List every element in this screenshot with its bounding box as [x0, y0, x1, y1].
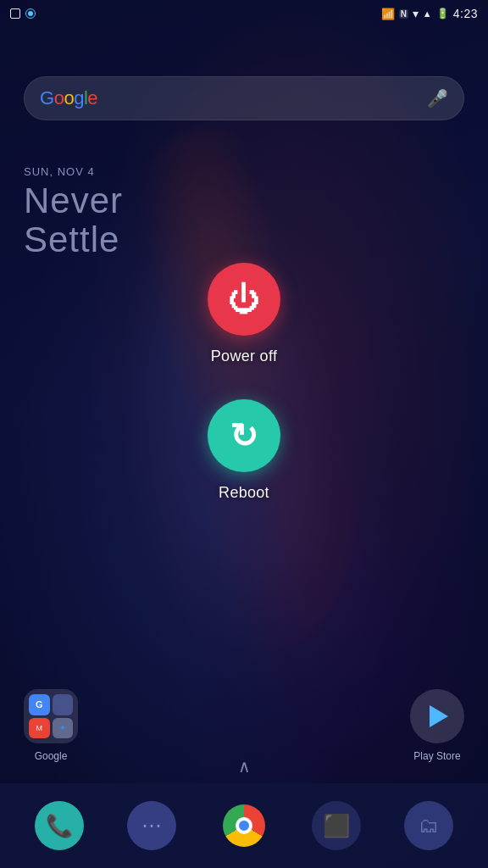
- google-folder-sub4: ✦: [53, 718, 74, 739]
- date-widget: SUN, NOV 4 Never Settle: [24, 165, 123, 259]
- google-g-icon: G: [29, 694, 50, 715]
- power-off-label: Power off: [211, 348, 277, 365]
- status-right-icons: 📶 N ▾ ▲ 🔋 4:23: [381, 7, 478, 20]
- sync-icon: [25, 8, 36, 19]
- dock-phone-button[interactable]: 📞: [35, 801, 84, 850]
- reboot-container: ↻ Reboot: [208, 399, 280, 502]
- dock-chrome-button[interactable]: [219, 801, 269, 850]
- reboot-label: Reboot: [219, 484, 269, 502]
- app-row: G M ✦ Google Play Store: [0, 689, 488, 762]
- power-off-button[interactable]: ⏻: [208, 263, 280, 336]
- power-menu: ⏻ Power off ↻ Reboot: [208, 263, 280, 536]
- play-store-icon: [410, 689, 464, 743]
- date-label: SUN, NOV 4: [24, 165, 123, 178]
- chrome-inner-circle: [236, 817, 252, 834]
- tagline: Never Settle: [24, 181, 123, 259]
- reboot-icon: ↻: [230, 419, 258, 453]
- power-off-container: ⏻ Power off: [208, 263, 280, 365]
- google-folder-icon: G M ✦: [24, 689, 78, 743]
- dock-files-button[interactable]: 🗂: [404, 801, 453, 850]
- google-folder-label: Google: [35, 750, 68, 762]
- camera-icon: ⬛: [323, 813, 350, 839]
- dock-camera-button[interactable]: ⬛: [312, 801, 361, 850]
- status-left-icons: [10, 8, 36, 19]
- google-folder-sub3: M: [29, 718, 50, 739]
- chrome-icon: [223, 804, 265, 847]
- reboot-button[interactable]: ↻: [208, 399, 280, 472]
- google-logo: Google: [40, 87, 97, 109]
- google-folder[interactable]: G M ✦ Google: [24, 689, 78, 762]
- play-store-app[interactable]: Play Store: [410, 689, 464, 762]
- status-bar: 📶 N ▾ ▲ 🔋 4:23: [0, 0, 488, 27]
- play-triangle: [430, 705, 448, 727]
- google-folder-sub2: [53, 694, 74, 715]
- play-store-label: Play Store: [413, 750, 460, 762]
- google-search-bar[interactable]: Google 🎤: [24, 76, 464, 120]
- voice-search-icon[interactable]: 🎤: [427, 88, 448, 108]
- power-icon: ⏻: [228, 283, 260, 315]
- battery-icon: 🔋: [436, 8, 449, 19]
- clock: 4:23: [453, 7, 478, 20]
- signal-icon: ▲: [423, 8, 432, 19]
- files-icon: 🗂: [419, 814, 439, 837]
- phone-icon: 📞: [46, 813, 73, 839]
- dock: 📞 ⋯ ⬛ 🗂: [0, 783, 488, 868]
- bluetooth-icon: 📶: [381, 8, 395, 20]
- nfc-icon: N: [399, 9, 408, 19]
- wifi-icon: ▾: [413, 7, 419, 20]
- dock-messages-button[interactable]: ⋯: [127, 801, 176, 850]
- messages-icon: ⋯: [141, 814, 162, 837]
- screen-icon: [10, 8, 20, 19]
